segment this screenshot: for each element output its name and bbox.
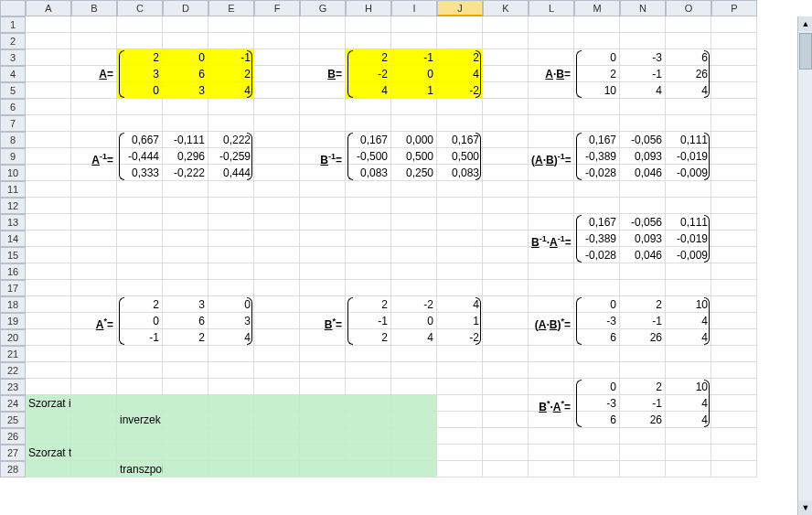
cell-20-1[interactable] [26,329,71,346]
cell-9-6[interactable] [254,148,300,165]
cell-7-5[interactable] [208,115,254,132]
cell-15-8[interactable] [346,247,391,263]
cell-7-10[interactable] [437,115,483,132]
cell-22-11[interactable] [483,362,529,379]
mat-B-r2-c2[interactable]: -2 [437,82,483,99]
cell-22-5[interactable] [208,362,254,379]
cell-2-4[interactable] [163,33,208,49]
mat-ABt-r0-c1[interactable]: 2 [620,296,666,313]
cell-17-14[interactable] [620,280,666,296]
cell-2-11[interactable] [483,33,529,49]
cell-12-7[interactable] [300,198,346,214]
cell-22-9[interactable] [391,362,437,379]
cell-7-11[interactable] [483,115,529,132]
cell-21-5[interactable] [208,346,254,362]
cell-21-12[interactable] [529,346,574,362]
cell-22-13[interactable] [574,362,620,379]
cell-22-12[interactable] [529,362,574,379]
cell-27-12[interactable] [529,445,574,461]
cell-28-10[interactable] [437,461,483,477]
cell-6-10[interactable] [437,99,483,115]
cell-8-12[interactable] [529,132,574,148]
mat-BtAt-r2-c0[interactable]: 6 [574,412,620,428]
cell-4-11[interactable] [483,66,529,82]
cell-21-14[interactable] [620,346,666,362]
cell-16-7[interactable] [300,263,346,280]
cell-10-7[interactable] [300,165,346,181]
cell-10-1[interactable] [26,165,71,181]
cell-5-1[interactable] [26,82,71,99]
cell-17-15[interactable] [666,280,711,296]
cell-1-12[interactable] [529,16,574,33]
mat-AB-r2-c0[interactable]: 10 [574,82,620,99]
cell-3-12[interactable] [529,49,574,66]
cell-6-2[interactable] [71,99,117,115]
column-header-D[interactable]: D [163,0,208,16]
mat-ABinv-r0-c1[interactable]: -0,056 [620,132,666,148]
cell-8-7[interactable] [300,132,346,148]
mat-Bt-r2-c0[interactable]: 2 [346,329,391,346]
mat-BtAt-r0-c1[interactable]: 2 [620,379,666,395]
mat-A-r0-c2[interactable]: -1 [208,49,254,66]
cell-2-6[interactable] [254,33,300,49]
cell-7-4[interactable] [163,115,208,132]
mat-Bt-r1-c1[interactable]: 0 [391,313,437,329]
cell-10-6[interactable] [254,165,300,181]
cell-26-14[interactable] [620,428,666,445]
cell-2-10[interactable] [437,33,483,49]
cell-15-10[interactable] [437,247,483,263]
cell-21-4[interactable] [163,346,208,362]
mat-BinvAinv-r2-c2[interactable]: -0,009 [666,247,711,263]
mat-Binv-r2-c0[interactable]: 0,083 [346,165,391,181]
cell-25-11[interactable] [483,412,529,428]
cell-12-13[interactable] [574,198,620,214]
cell-1-11[interactable] [483,16,529,33]
row-header-21[interactable]: 21 [0,346,26,362]
mat-Ainv-r0-c2[interactable]: 0,222 [208,132,254,148]
row-header-20[interactable]: 20 [0,329,26,346]
mat-BtAt-r2-c2[interactable]: 4 [666,412,711,428]
cell-3-2[interactable] [71,49,117,66]
cell-6-6[interactable] [254,99,300,115]
cell-23-6[interactable] [254,379,300,395]
mat-A-r2-c2[interactable]: 4 [208,82,254,99]
row-header-5[interactable]: 5 [0,82,26,99]
cell-22-7[interactable] [300,362,346,379]
mat-ABinv-r1-c0[interactable]: -0,389 [574,148,620,165]
cell-5-6[interactable] [254,82,300,99]
cell-13-6[interactable] [254,214,300,231]
cell-4-6[interactable] [254,66,300,82]
cell-27-13[interactable] [574,445,620,461]
cell-1-13[interactable] [574,16,620,33]
mat-At-r2-c2[interactable]: 4 [208,329,254,346]
mat-ABt-r2-c1[interactable]: 26 [620,329,666,346]
cell-21-7[interactable] [300,346,346,362]
cell-18-11[interactable] [483,296,529,313]
mat-At-r1-c0[interactable]: 0 [117,313,163,329]
column-header-P[interactable]: P [711,0,757,16]
cell-21-13[interactable] [574,346,620,362]
cell-16-9[interactable] [391,263,437,280]
cell-6-1[interactable] [26,99,71,115]
mat-ABinv-r2-c0[interactable]: -0,028 [574,165,620,181]
mat-Bt-r0-c1[interactable]: -2 [391,296,437,313]
cell-16-11[interactable] [483,263,529,280]
cell-3-6[interactable] [254,49,300,66]
cell-12-6[interactable] [254,198,300,214]
cell-6-3[interactable] [117,99,163,115]
cell-27-11[interactable] [483,445,529,461]
cell-1-6[interactable] [254,16,300,33]
cell-12-4[interactable] [163,198,208,214]
mat-A-r2-c1[interactable]: 3 [163,82,208,99]
cell-2-1[interactable] [26,33,71,49]
cell-9-11[interactable] [483,148,529,165]
column-header-K[interactable]: K [483,0,529,16]
cell-14-9[interactable] [391,231,437,247]
cell-26-16[interactable] [711,428,757,445]
cell-17-3[interactable] [117,280,163,296]
cell-22-1[interactable] [26,362,71,379]
mat-A-r2-c0[interactable]: 0 [117,82,163,99]
mat-Binv-r1-c2[interactable]: 0,500 [437,148,483,165]
cell-23-10[interactable] [437,379,483,395]
cell-22-14[interactable] [620,362,666,379]
